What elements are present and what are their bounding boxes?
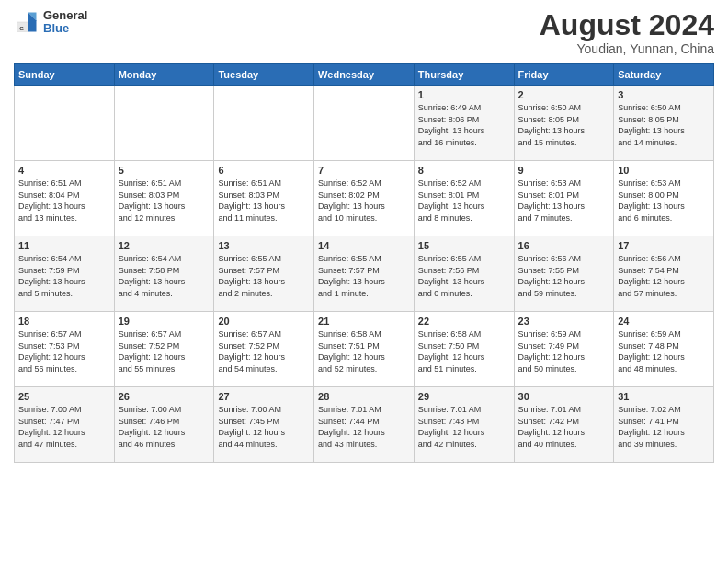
calendar-cell: 14Sunrise: 6:55 AM Sunset: 7:57 PM Dayli… <box>314 236 415 312</box>
day-info: Sunrise: 6:55 AM Sunset: 7:57 PM Dayligh… <box>218 253 310 299</box>
calendar-cell: 3Sunrise: 6:50 AM Sunset: 8:05 PM Daylig… <box>614 86 714 161</box>
calendar-cell: 7Sunrise: 6:52 AM Sunset: 8:02 PM Daylig… <box>314 161 415 236</box>
day-number: 18 <box>18 316 110 327</box>
day-info: Sunrise: 6:59 AM Sunset: 7:49 PM Dayligh… <box>518 328 610 374</box>
header: G General Blue August 2024 Youdian, Yunn… <box>14 9 714 56</box>
day-number: 17 <box>618 240 710 251</box>
day-number: 2 <box>518 89 610 100</box>
calendar-cell: 21Sunrise: 6:58 AM Sunset: 7:51 PM Dayli… <box>314 312 415 387</box>
logo-text: General Blue <box>43 9 87 36</box>
week-row-1: 1Sunrise: 6:49 AM Sunset: 8:06 PM Daylig… <box>15 86 714 161</box>
calendar-cell: 2Sunrise: 6:50 AM Sunset: 8:05 PM Daylig… <box>514 86 614 161</box>
calendar-cell: 8Sunrise: 6:52 AM Sunset: 8:01 PM Daylig… <box>414 161 514 236</box>
day-info: Sunrise: 7:01 AM Sunset: 7:43 PM Dayligh… <box>418 404 510 450</box>
logo-general: General <box>43 9 87 22</box>
day-number: 31 <box>618 391 710 402</box>
calendar-cell: 10Sunrise: 6:53 AM Sunset: 8:00 PM Dayli… <box>614 161 714 236</box>
weekday-header-row: SundayMondayTuesdayWednesdayThursdayFrid… <box>15 64 714 86</box>
day-info: Sunrise: 6:51 AM Sunset: 8:03 PM Dayligh… <box>119 178 210 224</box>
day-number: 21 <box>318 316 410 327</box>
calendar-cell: 18Sunrise: 6:57 AM Sunset: 7:53 PM Dayli… <box>15 312 115 387</box>
day-info: Sunrise: 6:50 AM Sunset: 8:05 PM Dayligh… <box>518 102 610 148</box>
main-container: G General Blue August 2024 Youdian, Yunn… <box>0 0 728 467</box>
day-number: 14 <box>318 240 410 251</box>
calendar-cell: 24Sunrise: 6:59 AM Sunset: 7:48 PM Dayli… <box>614 312 714 387</box>
weekday-header-tuesday: Tuesday <box>214 64 314 86</box>
day-number: 10 <box>618 165 710 176</box>
weekday-header-wednesday: Wednesday <box>314 64 415 86</box>
day-info: Sunrise: 6:50 AM Sunset: 8:05 PM Dayligh… <box>618 102 710 148</box>
day-number: 29 <box>418 391 510 402</box>
day-info: Sunrise: 6:57 AM Sunset: 7:52 PM Dayligh… <box>119 328 210 374</box>
calendar-cell: 28Sunrise: 7:01 AM Sunset: 7:44 PM Dayli… <box>314 387 415 463</box>
day-number: 7 <box>318 165 410 176</box>
weekday-header-sunday: Sunday <box>15 64 115 86</box>
calendar-cell <box>314 86 415 161</box>
weekday-header-saturday: Saturday <box>614 64 714 86</box>
calendar-cell <box>214 86 314 161</box>
day-info: Sunrise: 6:53 AM Sunset: 8:01 PM Dayligh… <box>518 178 610 224</box>
calendar-cell: 12Sunrise: 6:54 AM Sunset: 7:58 PM Dayli… <box>114 236 214 312</box>
calendar-cell: 31Sunrise: 7:02 AM Sunset: 7:41 PM Dayli… <box>614 387 714 463</box>
calendar-cell: 22Sunrise: 6:58 AM Sunset: 7:50 PM Dayli… <box>414 312 514 387</box>
location: Youdian, Yunnan, China <box>540 41 714 56</box>
calendar-cell: 15Sunrise: 6:55 AM Sunset: 7:56 PM Dayli… <box>414 236 514 312</box>
calendar-cell: 9Sunrise: 6:53 AM Sunset: 8:01 PM Daylig… <box>514 161 614 236</box>
day-info: Sunrise: 6:59 AM Sunset: 7:48 PM Dayligh… <box>618 328 710 374</box>
day-info: Sunrise: 6:53 AM Sunset: 8:00 PM Dayligh… <box>618 178 710 224</box>
day-info: Sunrise: 6:56 AM Sunset: 7:54 PM Dayligh… <box>618 253 710 299</box>
week-row-5: 25Sunrise: 7:00 AM Sunset: 7:47 PM Dayli… <box>15 387 714 463</box>
day-number: 24 <box>618 316 710 327</box>
calendar-cell: 17Sunrise: 6:56 AM Sunset: 7:54 PM Dayli… <box>614 236 714 312</box>
calendar-cell: 25Sunrise: 7:00 AM Sunset: 7:47 PM Dayli… <box>15 387 115 463</box>
calendar-cell: 6Sunrise: 6:51 AM Sunset: 8:03 PM Daylig… <box>214 161 314 236</box>
week-row-2: 4Sunrise: 6:51 AM Sunset: 8:04 PM Daylig… <box>15 161 714 236</box>
day-number: 1 <box>418 89 510 100</box>
day-info: Sunrise: 6:52 AM Sunset: 8:01 PM Dayligh… <box>418 178 510 224</box>
day-info: Sunrise: 6:51 AM Sunset: 8:03 PM Dayligh… <box>218 178 310 224</box>
calendar-cell <box>15 86 115 161</box>
day-info: Sunrise: 6:54 AM Sunset: 7:59 PM Dayligh… <box>18 253 110 299</box>
logo-icon: G <box>14 9 40 35</box>
title-block: August 2024 Youdian, Yunnan, China <box>540 9 714 56</box>
day-number: 27 <box>218 391 310 402</box>
calendar-cell: 27Sunrise: 7:00 AM Sunset: 7:45 PM Dayli… <box>214 387 314 463</box>
day-info: Sunrise: 6:57 AM Sunset: 7:53 PM Dayligh… <box>18 328 110 374</box>
day-number: 9 <box>518 165 610 176</box>
day-number: 28 <box>318 391 410 402</box>
day-info: Sunrise: 7:01 AM Sunset: 7:42 PM Dayligh… <box>518 404 610 450</box>
day-info: Sunrise: 7:00 AM Sunset: 7:46 PM Dayligh… <box>119 404 210 450</box>
day-number: 12 <box>119 240 210 251</box>
day-info: Sunrise: 6:51 AM Sunset: 8:04 PM Dayligh… <box>18 178 110 224</box>
day-info: Sunrise: 6:49 AM Sunset: 8:06 PM Dayligh… <box>418 102 510 148</box>
calendar-cell: 16Sunrise: 6:56 AM Sunset: 7:55 PM Dayli… <box>514 236 614 312</box>
day-number: 5 <box>119 165 210 176</box>
day-number: 8 <box>418 165 510 176</box>
day-number: 25 <box>18 391 110 402</box>
day-info: Sunrise: 6:54 AM Sunset: 7:58 PM Dayligh… <box>119 253 210 299</box>
day-info: Sunrise: 6:57 AM Sunset: 7:52 PM Dayligh… <box>218 328 310 374</box>
day-info: Sunrise: 6:55 AM Sunset: 7:56 PM Dayligh… <box>418 253 510 299</box>
day-number: 13 <box>218 240 310 251</box>
day-number: 6 <box>218 165 310 176</box>
day-info: Sunrise: 6:58 AM Sunset: 7:51 PM Dayligh… <box>318 328 410 374</box>
week-row-3: 11Sunrise: 6:54 AM Sunset: 7:59 PM Dayli… <box>15 236 714 312</box>
logo: G General Blue <box>14 9 87 36</box>
calendar-cell: 30Sunrise: 7:01 AM Sunset: 7:42 PM Dayli… <box>514 387 614 463</box>
day-info: Sunrise: 6:58 AM Sunset: 7:50 PM Dayligh… <box>418 328 510 374</box>
calendar-cell <box>114 86 214 161</box>
logo-blue: Blue <box>43 22 87 35</box>
day-info: Sunrise: 7:00 AM Sunset: 7:45 PM Dayligh… <box>218 404 310 450</box>
day-number: 20 <box>218 316 310 327</box>
day-number: 22 <box>418 316 510 327</box>
calendar-table: SundayMondayTuesdayWednesdayThursdayFrid… <box>14 63 714 463</box>
calendar-cell: 29Sunrise: 7:01 AM Sunset: 7:43 PM Dayli… <box>414 387 514 463</box>
calendar-cell: 20Sunrise: 6:57 AM Sunset: 7:52 PM Dayli… <box>214 312 314 387</box>
calendar-cell: 26Sunrise: 7:00 AM Sunset: 7:46 PM Dayli… <box>114 387 214 463</box>
day-info: Sunrise: 7:02 AM Sunset: 7:41 PM Dayligh… <box>618 404 710 450</box>
day-number: 16 <box>518 240 610 251</box>
calendar-cell: 13Sunrise: 6:55 AM Sunset: 7:57 PM Dayli… <box>214 236 314 312</box>
day-info: Sunrise: 6:55 AM Sunset: 7:57 PM Dayligh… <box>318 253 410 299</box>
svg-text:G: G <box>19 25 24 31</box>
week-row-4: 18Sunrise: 6:57 AM Sunset: 7:53 PM Dayli… <box>15 312 714 387</box>
